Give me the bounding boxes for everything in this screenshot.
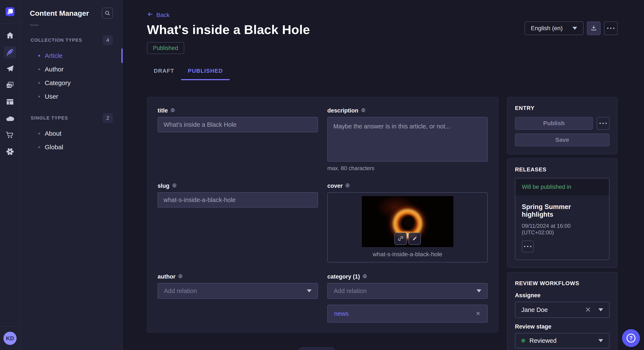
- collection-types-section: COLLECTION TYPES 4 Article Author Catego…: [20, 35, 122, 103]
- select-placeholder: Add relation: [334, 288, 367, 295]
- layout-icon: [5, 97, 15, 107]
- entry-more-button[interactable]: [597, 117, 610, 130]
- publish-button[interactable]: Publish: [515, 117, 593, 130]
- back-arrow-icon: [147, 11, 153, 19]
- marketplace-button[interactable]: [4, 129, 16, 141]
- globe-icon: [172, 183, 177, 189]
- help-button[interactable]: ?: [622, 329, 640, 347]
- bullet-icon: [38, 96, 40, 97]
- content-type-builder-button[interactable]: [4, 96, 16, 108]
- locale-value: English (en): [531, 25, 563, 32]
- panel-title: RELEASES: [515, 166, 610, 173]
- sidebar-item-author[interactable]: Author: [20, 62, 122, 76]
- more-dots-icon: [607, 28, 614, 29]
- release-body: Spring Summer highlights 09/11/2024 at 1…: [515, 195, 609, 260]
- chevron-down-icon: [598, 339, 603, 342]
- sidebar-item-label: Global: [45, 144, 63, 151]
- assignee-label: Assignee: [515, 292, 610, 299]
- globe-icon: [178, 273, 183, 280]
- strapi-logo-icon: [6, 7, 14, 16]
- section-head: SINGLE TYPES 2: [20, 113, 122, 123]
- media-library-button[interactable]: [4, 80, 16, 91]
- content-manager-button[interactable]: [4, 46, 16, 58]
- title-input[interactable]: [158, 117, 318, 132]
- bullet-icon: [38, 55, 40, 57]
- cloud-button[interactable]: [4, 113, 16, 125]
- section-count-badge: 4: [103, 35, 113, 45]
- copy-link-button[interactable]: [394, 233, 407, 245]
- download-button[interactable]: [587, 21, 600, 35]
- field-cover: cover: [327, 183, 488, 262]
- slug-input[interactable]: [158, 192, 318, 207]
- tab-draft[interactable]: DRAFT: [147, 68, 181, 80]
- feather-icon: [5, 47, 15, 57]
- field-label-text: slug: [158, 183, 170, 189]
- assignee-value: Jane Doe: [521, 306, 548, 313]
- tab-published[interactable]: PUBLISHED: [181, 68, 230, 80]
- edit-cover-button[interactable]: [408, 233, 421, 245]
- sidebar-item-category[interactable]: Category: [20, 76, 122, 90]
- review-workflows-panel: REVIEW WORKFLOWS Assignee Jane Doe Revie…: [507, 272, 618, 350]
- sidebar-item-label: Category: [45, 79, 71, 87]
- remove-relation-button[interactable]: [475, 311, 481, 317]
- back-link[interactable]: Back: [147, 11, 170, 19]
- field-label: cover: [327, 183, 488, 189]
- close-icon: [475, 311, 481, 317]
- category-tag-link[interactable]: news: [334, 310, 348, 317]
- cover-filename: what-s-inside-a-black-hole: [328, 251, 487, 258]
- category-relation-select[interactable]: Add relation: [327, 283, 488, 299]
- single-types-list: About Global: [20, 127, 122, 154]
- strapi-logo[interactable]: [6, 7, 14, 16]
- more-dots-icon: [524, 246, 531, 247]
- review-stage-label: Review stage: [515, 324, 610, 330]
- save-button[interactable]: Save: [515, 134, 610, 146]
- version-tabs: DRAFT PUBLISHED: [147, 68, 618, 80]
- pencil-icon: [412, 235, 418, 242]
- section-label: SINGLE TYPES: [31, 115, 68, 121]
- home-icon: [5, 31, 15, 41]
- field-category: category (1) Add relation news: [327, 273, 488, 323]
- bullet-icon: [38, 133, 40, 134]
- chevron-down-icon: [476, 289, 481, 292]
- description-textarea[interactable]: Maybe the answer is in this article, or …: [327, 117, 488, 162]
- select-placeholder: Add relation: [164, 288, 197, 295]
- stage-value: Reviewed: [530, 337, 556, 344]
- status-badge: Published: [147, 42, 184, 54]
- topbar-actions: English (en): [524, 21, 618, 35]
- panel-title: REVIEW WORKFLOWS: [515, 280, 610, 287]
- assignee-combobox[interactable]: Jane Doe: [515, 302, 610, 318]
- field-label-text: author: [158, 273, 176, 280]
- collection-types-list: Article Author Category User: [20, 49, 122, 103]
- field-description: description Maybe the answer is in this …: [327, 107, 488, 172]
- side-panels: ENTRY Publish Save RELEASES Will be publ…: [507, 97, 618, 350]
- editor-body: title description Maybe the answer is in…: [147, 97, 618, 350]
- release-name: Spring Summer highlights: [522, 203, 603, 218]
- field-label: title: [158, 107, 318, 114]
- user-avatar[interactable]: KD: [4, 332, 16, 345]
- clear-assignee-button[interactable]: [585, 306, 591, 313]
- settings-button[interactable]: [4, 146, 16, 158]
- section-count-badge: 2: [103, 113, 113, 123]
- subnav-header: Content Manager: [20, 0, 122, 19]
- author-relation-select[interactable]: Add relation: [158, 283, 318, 299]
- review-stage-select[interactable]: Reviewed: [515, 333, 610, 348]
- field-author: author Add relation: [158, 273, 318, 323]
- page-bottom-pill: [299, 347, 335, 350]
- sidebar-item-label: User: [45, 93, 58, 100]
- releases-button[interactable]: [4, 63, 16, 75]
- search-button[interactable]: [102, 8, 113, 19]
- icon-rail: KD: [0, 0, 20, 350]
- home-button[interactable]: [4, 30, 16, 42]
- more-options-button[interactable]: [604, 21, 618, 35]
- back-label: Back: [156, 12, 170, 18]
- bullet-icon: [38, 82, 40, 84]
- sidebar-item-article[interactable]: Article: [20, 49, 122, 62]
- sidebar-item-global[interactable]: Global: [20, 140, 122, 154]
- rail-user-section: KD: [0, 326, 20, 350]
- sidebar-item-user[interactable]: User: [20, 90, 122, 103]
- release-more-button[interactable]: [522, 240, 534, 252]
- form-card: title description Maybe the answer is in…: [147, 97, 498, 333]
- locale-select[interactable]: English (en): [524, 21, 584, 35]
- sidebar-item-about[interactable]: About: [20, 127, 122, 140]
- globe-icon: [345, 183, 350, 189]
